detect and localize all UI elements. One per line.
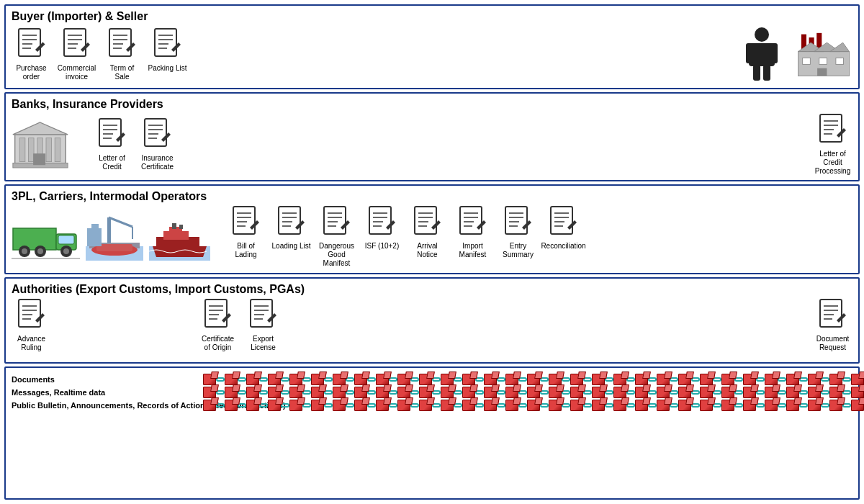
block-unit (583, 387, 605, 398)
block-unit (302, 387, 324, 398)
block-cube (419, 374, 432, 385)
svg-rect-57 (820, 114, 842, 142)
authorities-middle-docs: Certificate of Origin Export License (198, 299, 283, 352)
block-unit (799, 400, 821, 411)
svg-marker-44 (13, 122, 68, 135)
block-cube (570, 387, 583, 398)
doc-label: Letter of Credit (92, 154, 132, 171)
doc-label: Term of Sale (102, 64, 142, 81)
block-unit (497, 400, 518, 411)
block-unit (626, 400, 648, 411)
block-unit (203, 387, 216, 398)
block-cube (570, 374, 583, 385)
banks-docs: Letter of Credit Insurance Certificate (92, 118, 177, 171)
svg-rect-16 (155, 29, 176, 56)
block-unit (281, 374, 302, 385)
bill-of-lading-icon (231, 206, 261, 240)
block-unit (518, 400, 540, 411)
block-cube (721, 400, 734, 411)
block-unit (454, 387, 475, 398)
block-cube (657, 387, 670, 398)
blockchain-label-messages: Messages, Realtime data (12, 388, 199, 397)
block-cube (592, 374, 605, 385)
section-carriers-title: 3PL, Carriers, Intermodal Operators (12, 190, 852, 203)
document-request-icon (818, 299, 848, 333)
svg-point-66 (22, 248, 27, 254)
letter-of-credit-icon (97, 118, 127, 153)
section-carriers: 3PL, Carriers, Intermodal Operators (4, 184, 860, 274)
svg-point-21 (755, 27, 769, 42)
block-unit (605, 374, 626, 385)
block-unit (410, 387, 432, 398)
doc-certificate-of-origin: Certificate of Origin (198, 299, 238, 352)
block-cube (419, 387, 432, 398)
block-cube (721, 387, 734, 398)
svg-rect-11 (109, 29, 131, 56)
block-cube (397, 374, 410, 385)
block-cube (786, 387, 799, 398)
svg-point-68 (37, 248, 43, 254)
doc-label: Import Manifest (453, 242, 492, 259)
block-unit (475, 387, 497, 398)
block-cube (333, 387, 346, 398)
ship-icon (149, 221, 210, 261)
doc-letter-credit-processing: Letter of Credit Processing (813, 114, 852, 176)
doc-reconciliation: Reconciliation (544, 206, 583, 251)
doc-import-manifest: Import Manifest (453, 206, 492, 259)
block-unit (281, 400, 302, 411)
svg-rect-36 (836, 58, 844, 64)
block-cube (592, 400, 605, 411)
block-unit (626, 387, 648, 398)
export-license-icon (248, 299, 279, 333)
block-cube (743, 387, 756, 398)
block-unit (238, 374, 259, 385)
advance-ruling-icon (17, 299, 47, 333)
doc-label: Entry Summary (498, 242, 538, 259)
doc-arrival-notice: Arrival Notice (408, 206, 447, 259)
carriers-content: Bill of Lading Loading List (12, 206, 852, 268)
block-cube (613, 374, 626, 385)
block-unit (756, 387, 778, 398)
block-cube (635, 374, 648, 385)
block-cube (851, 387, 864, 398)
block-unit (216, 387, 238, 398)
doc-label: Advance Ruling (12, 335, 51, 352)
block-cube (829, 387, 842, 398)
block-unit (432, 400, 454, 411)
block-unit (324, 400, 346, 411)
doc-label: Arrival Notice (408, 242, 447, 259)
block-unit (756, 374, 778, 385)
svg-rect-6 (64, 29, 86, 56)
svg-rect-122 (551, 207, 572, 234)
blockchain-row-documents: Documents (12, 374, 852, 385)
svg-rect-80 (91, 224, 99, 233)
section-buyer-seller: Buyer (Importer) & Seller Purchase order (4, 4, 860, 89)
svg-rect-137 (251, 300, 272, 327)
block-unit (203, 374, 216, 385)
factory-icon (795, 28, 852, 82)
block-cube (484, 374, 497, 385)
svg-rect-85 (172, 223, 176, 229)
svg-rect-112 (460, 207, 482, 234)
doc-entry-summary: Entry Summary (498, 206, 538, 259)
section-blockchain: Documents Messages, Realtime data Public… (4, 366, 860, 500)
block-cube (592, 387, 605, 398)
block-cube (505, 400, 518, 411)
block-cube (246, 387, 259, 398)
commercial-invoice-icon (62, 28, 92, 63)
block-cube (657, 374, 670, 385)
block-cube (441, 387, 454, 398)
block-unit (259, 400, 281, 411)
block-unit (605, 400, 626, 411)
block-cube (419, 400, 432, 411)
block-cube (829, 374, 842, 385)
block-unit (799, 387, 821, 398)
block-unit (778, 387, 799, 398)
block-cube (462, 387, 475, 398)
section-banks-title: Banks, Insurance Providers (12, 98, 852, 111)
doc-label: Letter of Credit Processing (813, 150, 852, 176)
block-cube (851, 400, 864, 411)
block-unit (302, 374, 324, 385)
doc-dangerous-good: Dangerous Good Manifest (317, 206, 356, 268)
block-cube (441, 374, 454, 385)
